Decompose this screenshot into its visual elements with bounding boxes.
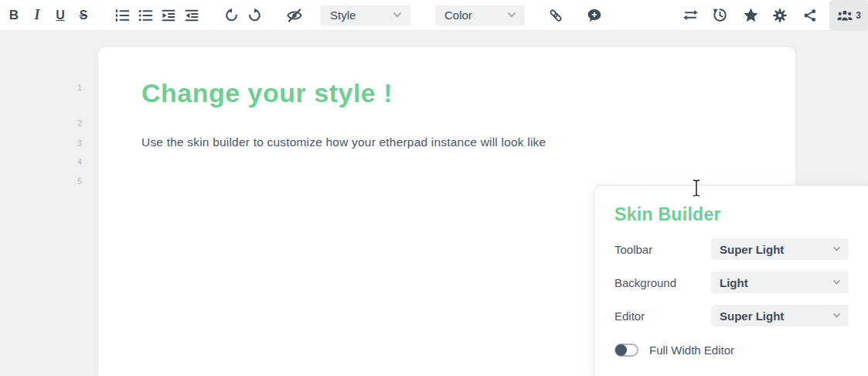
- chevron-down-icon: [833, 313, 840, 318]
- line-number: 4: [46, 156, 87, 167]
- settings-gear-icon: [772, 8, 788, 23]
- users-icon: [836, 7, 853, 24]
- underline-button[interactable]: U: [49, 0, 72, 31]
- toolbar-skin-value: Super Light: [720, 243, 784, 256]
- unordered-list-icon: [138, 8, 153, 23]
- clear-authorship-icon: [286, 7, 303, 24]
- outdent-icon: [184, 8, 199, 23]
- strikethrough-icon: S: [80, 9, 88, 22]
- full-width-editor-toggle[interactable]: [614, 344, 638, 357]
- skin-row-background: Background Light: [594, 272, 868, 293]
- add-comment-button[interactable]: [583, 0, 606, 31]
- import-export-icon: [682, 7, 699, 23]
- line-number: 5: [46, 176, 87, 186]
- import-export-button[interactable]: [679, 0, 702, 31]
- share-icon: [802, 8, 818, 23]
- editor-skin-label: Editor: [614, 305, 645, 326]
- ordered-list-icon: [114, 8, 130, 23]
- chevron-down-icon: [393, 12, 401, 18]
- line-number: 1: [46, 82, 87, 93]
- share-button[interactable]: [798, 0, 822, 31]
- underline-icon: U: [56, 9, 65, 22]
- top-toolbar: B I U S: [0, 0, 868, 31]
- editor-skin-select[interactable]: Super Light: [711, 305, 849, 326]
- unordered-list-button[interactable]: [134, 0, 157, 31]
- color-dropdown[interactable]: Color: [435, 5, 525, 26]
- skin-builder-panel: Skin Builder Toolbar Super Light Backgro…: [594, 185, 868, 376]
- strikethrough-button[interactable]: S: [72, 0, 95, 31]
- history-icon: [712, 7, 728, 23]
- settings-button[interactable]: [768, 0, 791, 31]
- italic-icon: I: [34, 7, 39, 23]
- line-number: 2: [46, 118, 87, 128]
- clear-authorship-button[interactable]: [283, 0, 306, 31]
- full-width-editor-row: Full Width Editor: [614, 344, 734, 357]
- toolbar-skin-label: Toolbar: [614, 238, 652, 260]
- document-heading: Change your style !: [141, 78, 393, 108]
- chevron-down-icon: [833, 280, 840, 285]
- connected-users-button[interactable]: 3: [829, 0, 868, 31]
- ordered-list-button[interactable]: [111, 0, 134, 31]
- bold-icon: B: [9, 8, 19, 23]
- skin-builder-title: Skin Builder: [614, 204, 721, 225]
- italic-button[interactable]: I: [26, 0, 49, 31]
- outdent-button[interactable]: [180, 0, 203, 31]
- users-count: 3: [856, 10, 861, 21]
- bold-button[interactable]: B: [2, 0, 26, 31]
- redo-icon: [247, 8, 262, 22]
- history-button[interactable]: [708, 0, 731, 31]
- editor-skin-value: Super Light: [720, 309, 784, 323]
- add-comment-icon: [587, 8, 602, 23]
- star-icon: [743, 7, 759, 23]
- style-dropdown-value: Style: [330, 9, 356, 22]
- indent-button[interactable]: [157, 0, 180, 31]
- background-skin-select[interactable]: Light: [711, 272, 849, 293]
- insert-link-button[interactable]: [544, 0, 567, 31]
- toggle-knob: [615, 344, 627, 356]
- chevron-down-icon: [833, 247, 840, 251]
- style-dropdown[interactable]: Style: [321, 5, 410, 26]
- toolbar-right-group: 3: [679, 0, 868, 31]
- background-skin-value: Light: [720, 276, 748, 289]
- full-width-editor-label: Full Width Editor: [649, 344, 734, 357]
- skin-row-editor: Editor Super Light: [594, 305, 868, 326]
- undo-icon: [224, 8, 239, 22]
- undo-button[interactable]: [220, 0, 243, 31]
- toolbar-skin-select[interactable]: Super Light: [711, 238, 849, 260]
- document-paragraph: Use the skin builder to customize how yo…: [141, 135, 546, 149]
- indent-icon: [161, 8, 176, 23]
- skin-row-toolbar: Toolbar Super Light: [594, 238, 868, 260]
- redo-button[interactable]: [243, 0, 266, 31]
- color-dropdown-value: Color: [444, 9, 472, 22]
- link-icon: [548, 8, 563, 23]
- chevron-down-icon: [508, 12, 516, 18]
- favorite-button[interactable]: [739, 0, 762, 31]
- line-number: 3: [46, 138, 87, 149]
- background-skin-label: Background: [614, 272, 676, 293]
